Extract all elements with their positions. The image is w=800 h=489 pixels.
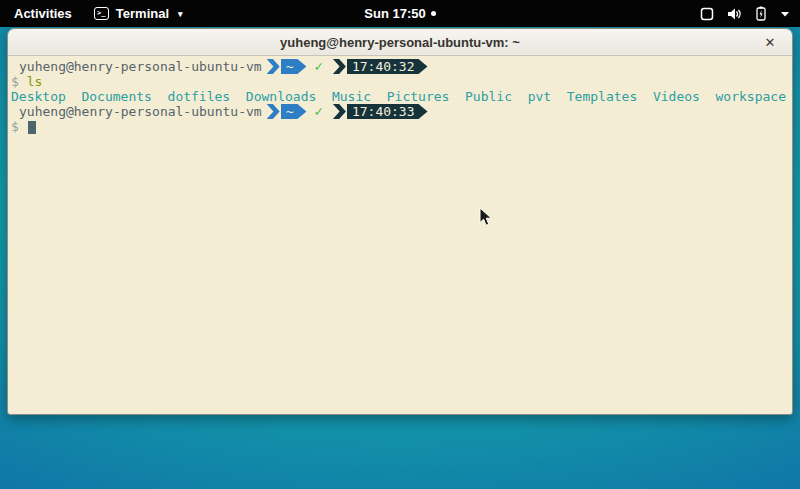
battery-icon [755, 6, 767, 21]
powerline-chevron-icon [333, 104, 346, 119]
terminal-content[interactable]: yuheng@henry-personal-ubuntu-vm ~ ✓ 17:4… [8, 56, 792, 414]
command-text: ls [27, 74, 43, 89]
dir-entry: Pictures [387, 89, 450, 104]
prompt-line-2: yuheng@henry-personal-ubuntu-vm ~ ✓ 17:4… [11, 104, 792, 119]
dir-entry: Templates [567, 89, 637, 104]
powerline-path-segment: ~ [267, 59, 307, 74]
powerline-time-segment: 17:40:33 [333, 104, 428, 119]
dir-entry: workspace [716, 89, 786, 104]
clock-button[interactable]: Sun 17:50 [364, 6, 435, 21]
prompt-time: 17:40:32 [347, 59, 428, 74]
ls-output-line: Desktop Documents dotfiles Downloads Mus… [11, 89, 792, 104]
powerline-chevron-icon [267, 59, 280, 74]
powerline-path-segment: ~ [267, 104, 307, 119]
dir-entry: pvt [528, 89, 551, 104]
system-tray[interactable] [700, 0, 790, 27]
close-icon[interactable]: ✕ [761, 33, 779, 51]
powerline-chevron-icon [333, 59, 346, 74]
dir-entry: Music [332, 89, 371, 104]
tray-chevron-down-icon [780, 11, 790, 17]
dir-entry: dotfiles [168, 89, 231, 104]
prompt-dollar: $ [11, 74, 19, 89]
screen-icon [700, 7, 714, 21]
prompt-user: yuheng@henry-personal-ubuntu-vm [11, 59, 262, 74]
prompt-path: ~ [281, 104, 307, 119]
topbar-left: Activities >_ Terminal ▾ [0, 0, 191, 27]
app-menu-terminal[interactable]: >_ Terminal ▾ [86, 0, 191, 27]
dir-entry: Desktop [11, 89, 66, 104]
dir-entry: Videos [653, 89, 700, 104]
window-titlebar[interactable]: yuheng@henry-personal-ubuntu-vm: ~ ✕ [8, 29, 792, 56]
notification-dot-icon [431, 11, 436, 16]
window-title: yuheng@henry-personal-ubuntu-vm: ~ [280, 35, 520, 50]
terminal-icon: >_ [94, 7, 109, 20]
powerline-time-segment: 17:40:32 [333, 59, 428, 74]
command-line: $ ls [11, 74, 792, 89]
dir-entry: Public [465, 89, 512, 104]
powerline-chevron-icon [267, 104, 280, 119]
prompt-dollar: $ [11, 119, 19, 134]
dir-entry: Documents [81, 89, 151, 104]
top-bar: Activities >_ Terminal ▾ Sun 17:50 [0, 0, 800, 27]
text-cursor [28, 121, 36, 134]
prompt-path: ~ [281, 59, 307, 74]
status-check-icon: ✓ [314, 104, 322, 119]
clock-label: Sun 17:50 [364, 6, 425, 21]
status-check-icon: ✓ [314, 59, 322, 74]
volume-icon [727, 7, 742, 21]
dir-entry: Downloads [246, 89, 316, 104]
app-menu-label: Terminal [116, 6, 169, 21]
chevron-down-icon: ▾ [178, 9, 183, 19]
prompt-user: yuheng@henry-personal-ubuntu-vm [11, 104, 262, 119]
prompt-time: 17:40:33 [347, 104, 428, 119]
terminal-window: yuheng@henry-personal-ubuntu-vm: ~ ✕ yuh… [7, 28, 793, 415]
activities-label: Activities [14, 6, 72, 21]
prompt-line-1: yuheng@henry-personal-ubuntu-vm ~ ✓ 17:4… [11, 59, 792, 74]
cursor-line: $ [11, 119, 792, 134]
activities-button[interactable]: Activities [0, 0, 86, 27]
